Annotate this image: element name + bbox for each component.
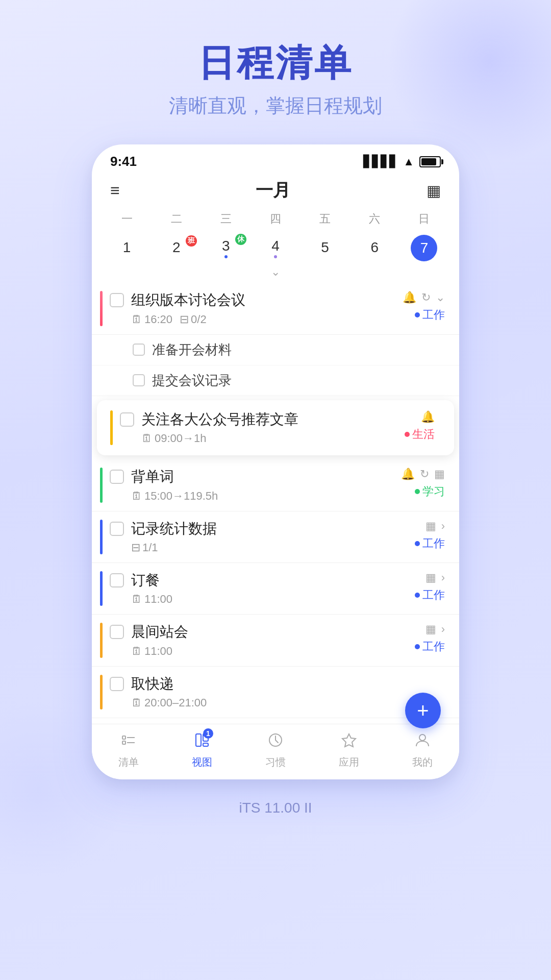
task-checkbox-5[interactable] — [110, 573, 124, 587]
phone-mockup: 9:41 ▋▋▋▋ ▲ ≡ 一月 ▦ 一 二 三 四 五 六 日 1 — [92, 144, 459, 779]
task-category-6: 工作 — [415, 639, 445, 654]
grid-icon-6[interactable]: ▦ — [425, 623, 436, 636]
subtask-item-2: 提交会议记录 — [92, 365, 459, 396]
task-title-7: 取快递 — [131, 675, 404, 693]
weekday-mon: 一 — [102, 209, 152, 229]
cat-dot-1 — [415, 312, 420, 317]
cal-date-7[interactable]: 7 — [411, 235, 437, 261]
cat-label-6: 工作 — [422, 639, 445, 654]
task-meta-7: 🗓20:00–21:00 — [131, 696, 404, 709]
task-right-2: 🔔 生活 — [394, 410, 435, 442]
nav-label-view: 视图 — [192, 755, 212, 769]
nav-item-view[interactable]: 1 视图 — [177, 731, 228, 769]
svg-point-9 — [419, 734, 425, 741]
nav-label-list: 清单 — [118, 755, 139, 769]
status-bar: 9:41 ▋▋▋▋ ▲ — [92, 144, 459, 174]
clock-icon-1: 🗓 — [131, 313, 142, 326]
nav-item-app[interactable]: 应用 — [323, 731, 374, 769]
weekday-tue: 二 — [152, 209, 201, 229]
task-time-2: 🗓09:00→1h — [141, 432, 207, 445]
nav-icon-mine — [414, 731, 431, 753]
expand-arrow[interactable]: ⌄ — [102, 263, 449, 283]
expand-icon-1[interactable]: ⌄ — [436, 291, 445, 304]
cat-dot-4 — [415, 541, 420, 546]
alarm-icon-2[interactable]: 🔔 — [421, 410, 435, 424]
cal-date-2[interactable]: 2 班 — [152, 234, 201, 262]
clock-icon-2: 🗓 — [141, 432, 153, 445]
repeat-icon-1[interactable]: ↻ — [421, 291, 431, 304]
cat-label-1: 工作 — [422, 307, 445, 323]
task-checkbox-2[interactable] — [120, 412, 134, 427]
alarm-icon-1[interactable]: 🔔 — [403, 291, 416, 304]
svg-rect-1 — [122, 741, 126, 744]
task-right-5: ▦ › 工作 — [404, 571, 445, 603]
task-bar-6 — [100, 623, 103, 657]
week-days: 一 二 三 四 五 六 日 — [102, 209, 449, 229]
task-content-6: 晨间站会 🗓11:00 — [131, 623, 404, 657]
task-bar-7 — [100, 675, 103, 709]
grid-icon-4[interactable]: ▦ — [425, 520, 436, 533]
task-right-3: 🔔 ↻ ▦ 学习 — [401, 468, 445, 499]
task-category-3: 学习 — [415, 484, 445, 499]
task-checkbox-6[interactable] — [110, 625, 124, 639]
nav-icon-app — [341, 731, 357, 753]
fab-button[interactable]: + — [405, 693, 441, 728]
subtask-title-1: 准备开会材料 — [152, 341, 232, 359]
nav-badge-view: 1 — [203, 728, 213, 739]
subtask-icon-1: ⊟ — [180, 313, 189, 326]
cal-date-5[interactable]: 5 — [300, 234, 350, 262]
task-time-1: 🗓16:20 — [131, 313, 172, 326]
cat-label-5: 工作 — [422, 587, 445, 603]
task-bar-5 — [100, 571, 103, 606]
alarm-icon-3[interactable]: 🔔 — [401, 468, 415, 481]
task-checkbox-4[interactable] — [110, 522, 124, 536]
chevron-icon-5[interactable]: › — [441, 571, 445, 584]
task-checkbox-7[interactable] — [110, 677, 124, 691]
repeat-icon-3[interactable]: ↻ — [420, 468, 429, 481]
cal-date-1[interactable]: 1 — [102, 234, 152, 262]
cal-date-7-wrapper[interactable]: 7 — [399, 235, 449, 261]
subtask-title-2: 提交会议记录 — [152, 372, 232, 389]
svg-rect-4 — [196, 734, 201, 746]
status-icons: ▋▋▋▋ ▲ — [363, 155, 441, 168]
cal-date-4[interactable]: 4 — [251, 233, 300, 263]
subtask-checkbox-2[interactable] — [133, 374, 145, 386]
clock-icon-6: 🗓 — [131, 645, 142, 658]
nav-label-mine: 我的 — [412, 755, 433, 769]
task-icons-5: ▦ › — [425, 571, 445, 584]
task-icons-1: 🔔 ↻ ⌄ — [403, 291, 445, 304]
svg-rect-0 — [122, 736, 126, 739]
weekday-sun: 日 — [399, 209, 449, 229]
task-checkbox-3[interactable] — [110, 470, 124, 484]
task-title-1: 组织版本讨论会议 — [131, 291, 403, 309]
calendar-grid-icon[interactable]: ▦ — [427, 182, 441, 200]
chevron-icon-6[interactable]: › — [441, 623, 445, 636]
nav-item-habit[interactable]: 习惯 — [250, 731, 301, 769]
task-icons-3: 🔔 ↻ ▦ — [401, 468, 445, 481]
nav-icon-habit — [267, 731, 284, 753]
cal-date-3[interactable]: 3 休 — [201, 233, 251, 263]
subtask-icon-4: ⊟ — [131, 541, 140, 554]
task-right-6: ▦ › 工作 — [404, 623, 445, 654]
task-content-7: 取快递 🗓20:00–21:00 — [131, 675, 404, 709]
nav-label-habit: 习惯 — [265, 755, 286, 769]
task-meta-1: 🗓16:20 ⊟0/2 — [131, 313, 403, 326]
chevron-icon-4[interactable]: › — [441, 520, 445, 533]
task-icons-2: 🔔 — [421, 410, 435, 424]
subtask-checkbox-1[interactable] — [133, 344, 145, 356]
grid-icon-5[interactable]: ▦ — [425, 571, 436, 584]
task-title-2: 关注各大公众号推荐文章 — [141, 410, 394, 429]
cat-label-3: 学习 — [422, 484, 445, 499]
task-content-2: 关注各大公众号推荐文章 🗓09:00→1h — [141, 410, 394, 445]
nav-item-mine[interactable]: 我的 — [397, 731, 448, 769]
task-content-1: 组织版本讨论会议 🗓16:20 ⊟0/2 — [131, 291, 403, 326]
cal-date-6[interactable]: 6 — [350, 234, 399, 262]
task-title-4: 记录统计数据 — [131, 520, 404, 538]
task-item-5: 订餐 🗓11:00 ▦ › 工作 — [92, 563, 459, 615]
nav-item-list[interactable]: 清单 — [103, 731, 154, 769]
grid-icon-3[interactable]: ▦ — [434, 468, 445, 481]
cat-dot-5 — [415, 593, 420, 598]
weekday-thu: 四 — [251, 209, 300, 229]
menu-icon[interactable]: ≡ — [110, 181, 120, 200]
task-checkbox-1[interactable] — [110, 293, 124, 307]
